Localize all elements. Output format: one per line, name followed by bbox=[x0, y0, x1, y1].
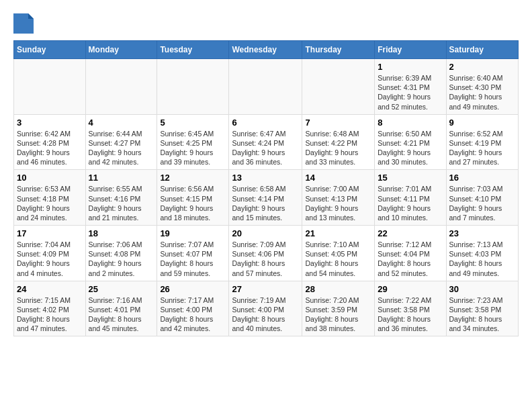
day-number: 30 bbox=[449, 284, 515, 294]
svg-marker-1 bbox=[28, 13, 34, 19]
day-number: 23 bbox=[449, 228, 515, 238]
cell-content: Sunrise: 7:09 AM Sunset: 4:06 PM Dayligh… bbox=[232, 240, 299, 278]
day-number: 25 bbox=[89, 284, 154, 294]
day-number: 24 bbox=[17, 284, 83, 294]
cell-content: Sunrise: 6:42 AM Sunset: 4:28 PM Dayligh… bbox=[17, 129, 83, 167]
cell-content: Sunrise: 7:12 AM Sunset: 4:04 PM Dayligh… bbox=[378, 240, 443, 278]
calendar-cell: 30Sunrise: 7:23 AM Sunset: 3:58 PM Dayli… bbox=[446, 281, 518, 336]
cell-content: Sunrise: 7:16 AM Sunset: 4:01 PM Dayligh… bbox=[89, 295, 154, 334]
day-number: 2 bbox=[449, 62, 515, 72]
cell-content: Sunrise: 6:52 AM Sunset: 4:19 PM Dayligh… bbox=[449, 129, 515, 167]
calendar-cell: 5Sunrise: 6:45 AM Sunset: 4:25 PM Daylig… bbox=[157, 114, 229, 170]
calendar-cell: 26Sunrise: 7:17 AM Sunset: 4:00 PM Dayli… bbox=[157, 281, 229, 336]
calendar-cell: 24Sunrise: 7:15 AM Sunset: 4:02 PM Dayli… bbox=[14, 281, 86, 336]
week-row-1: 1Sunrise: 6:39 AM Sunset: 4:31 PM Daylig… bbox=[14, 59, 519, 115]
column-header-wednesday: Wednesday bbox=[229, 41, 302, 59]
day-number: 11 bbox=[89, 173, 154, 183]
cell-content: Sunrise: 7:23 AM Sunset: 3:58 PM Dayligh… bbox=[449, 295, 515, 334]
calendar-cell bbox=[14, 59, 86, 115]
calendar-cell: 28Sunrise: 7:20 AM Sunset: 3:59 PM Dayli… bbox=[302, 281, 375, 336]
day-number: 4 bbox=[89, 118, 154, 128]
page-header bbox=[13, 13, 519, 34]
cell-content: Sunrise: 7:00 AM Sunset: 4:13 PM Dayligh… bbox=[305, 184, 371, 222]
calendar-cell bbox=[229, 59, 302, 115]
day-number: 17 bbox=[17, 228, 83, 238]
header-row: SundayMondayTuesdayWednesdayThursdayFrid… bbox=[14, 41, 519, 59]
cell-content: Sunrise: 6:50 AM Sunset: 4:21 PM Dayligh… bbox=[378, 129, 443, 167]
calendar-cell: 1Sunrise: 6:39 AM Sunset: 4:31 PM Daylig… bbox=[375, 59, 446, 115]
calendar-cell: 29Sunrise: 7:22 AM Sunset: 3:58 PM Dayli… bbox=[375, 281, 446, 336]
cell-content: Sunrise: 7:10 AM Sunset: 4:05 PM Dayligh… bbox=[305, 240, 371, 278]
cell-content: Sunrise: 7:17 AM Sunset: 4:00 PM Dayligh… bbox=[160, 295, 226, 334]
day-number: 9 bbox=[449, 118, 515, 128]
week-row-3: 10Sunrise: 6:53 AM Sunset: 4:18 PM Dayli… bbox=[14, 170, 519, 226]
column-header-saturday: Saturday bbox=[446, 41, 518, 59]
calendar-cell: 13Sunrise: 6:58 AM Sunset: 4:14 PM Dayli… bbox=[229, 170, 302, 226]
cell-content: Sunrise: 7:19 AM Sunset: 4:00 PM Dayligh… bbox=[232, 295, 299, 334]
day-number: 13 bbox=[232, 173, 299, 183]
calendar-cell: 19Sunrise: 7:07 AM Sunset: 4:07 PM Dayli… bbox=[157, 226, 229, 281]
day-number: 29 bbox=[378, 284, 443, 294]
calendar-cell: 25Sunrise: 7:16 AM Sunset: 4:01 PM Dayli… bbox=[85, 281, 157, 336]
calendar-cell: 17Sunrise: 7:04 AM Sunset: 4:09 PM Dayli… bbox=[14, 226, 86, 281]
day-number: 7 bbox=[305, 118, 371, 128]
day-number: 5 bbox=[160, 118, 226, 128]
calendar-cell: 11Sunrise: 6:55 AM Sunset: 4:16 PM Dayli… bbox=[85, 170, 157, 226]
calendar-header: SundayMondayTuesdayWednesdayThursdayFrid… bbox=[14, 41, 519, 59]
cell-content: Sunrise: 6:58 AM Sunset: 4:14 PM Dayligh… bbox=[232, 184, 299, 222]
day-number: 26 bbox=[160, 284, 226, 294]
calendar-cell: 23Sunrise: 7:13 AM Sunset: 4:03 PM Dayli… bbox=[446, 226, 518, 281]
week-row-2: 3Sunrise: 6:42 AM Sunset: 4:28 PM Daylig… bbox=[14, 114, 519, 170]
cell-content: Sunrise: 7:04 AM Sunset: 4:09 PM Dayligh… bbox=[17, 240, 83, 278]
cell-content: Sunrise: 7:07 AM Sunset: 4:07 PM Dayligh… bbox=[160, 240, 226, 278]
calendar-cell: 20Sunrise: 7:09 AM Sunset: 4:06 PM Dayli… bbox=[229, 226, 302, 281]
calendar-cell: 18Sunrise: 7:06 AM Sunset: 4:08 PM Dayli… bbox=[85, 226, 157, 281]
cell-content: Sunrise: 7:20 AM Sunset: 3:59 PM Dayligh… bbox=[305, 295, 371, 334]
cell-content: Sunrise: 6:56 AM Sunset: 4:15 PM Dayligh… bbox=[160, 184, 226, 222]
cell-content: Sunrise: 7:22 AM Sunset: 3:58 PM Dayligh… bbox=[378, 295, 443, 334]
day-number: 15 bbox=[378, 173, 443, 183]
day-number: 16 bbox=[449, 173, 515, 183]
calendar-cell: 12Sunrise: 6:56 AM Sunset: 4:15 PM Dayli… bbox=[157, 170, 229, 226]
day-number: 27 bbox=[232, 284, 299, 294]
cell-content: Sunrise: 6:39 AM Sunset: 4:31 PM Dayligh… bbox=[378, 73, 443, 111]
column-header-monday: Monday bbox=[85, 41, 157, 59]
calendar-cell: 22Sunrise: 7:12 AM Sunset: 4:04 PM Dayli… bbox=[375, 226, 446, 281]
cell-content: Sunrise: 6:45 AM Sunset: 4:25 PM Dayligh… bbox=[160, 129, 226, 167]
calendar-cell: 9Sunrise: 6:52 AM Sunset: 4:19 PM Daylig… bbox=[446, 114, 518, 170]
cell-content: Sunrise: 7:01 AM Sunset: 4:11 PM Dayligh… bbox=[378, 184, 443, 222]
cell-content: Sunrise: 7:15 AM Sunset: 4:02 PM Dayligh… bbox=[17, 295, 83, 334]
day-number: 10 bbox=[17, 173, 83, 183]
day-number: 14 bbox=[305, 173, 371, 183]
day-number: 6 bbox=[232, 118, 299, 128]
logo-icon bbox=[13, 13, 34, 34]
calendar-cell: 16Sunrise: 7:03 AM Sunset: 4:10 PM Dayli… bbox=[446, 170, 518, 226]
calendar-cell bbox=[302, 59, 375, 115]
logo bbox=[13, 13, 38, 34]
calendar-cell: 8Sunrise: 6:50 AM Sunset: 4:21 PM Daylig… bbox=[375, 114, 446, 170]
day-number: 19 bbox=[160, 228, 226, 238]
calendar-cell: 10Sunrise: 6:53 AM Sunset: 4:18 PM Dayli… bbox=[14, 170, 86, 226]
calendar-table: SundayMondayTuesdayWednesdayThursdayFrid… bbox=[13, 40, 519, 336]
day-number: 12 bbox=[160, 173, 226, 183]
day-number: 28 bbox=[305, 284, 371, 294]
cell-content: Sunrise: 7:13 AM Sunset: 4:03 PM Dayligh… bbox=[449, 240, 515, 278]
cell-content: Sunrise: 6:44 AM Sunset: 4:27 PM Dayligh… bbox=[89, 129, 154, 167]
column-header-friday: Friday bbox=[375, 41, 446, 59]
cell-content: Sunrise: 6:55 AM Sunset: 4:16 PM Dayligh… bbox=[89, 184, 154, 222]
day-number: 18 bbox=[89, 228, 154, 238]
calendar-cell: 21Sunrise: 7:10 AM Sunset: 4:05 PM Dayli… bbox=[302, 226, 375, 281]
day-number: 21 bbox=[305, 228, 371, 238]
calendar-cell: 3Sunrise: 6:42 AM Sunset: 4:28 PM Daylig… bbox=[14, 114, 86, 170]
day-number: 1 bbox=[378, 62, 443, 72]
week-row-5: 24Sunrise: 7:15 AM Sunset: 4:02 PM Dayli… bbox=[14, 281, 519, 336]
day-number: 3 bbox=[17, 118, 83, 128]
calendar-body: 1Sunrise: 6:39 AM Sunset: 4:31 PM Daylig… bbox=[14, 59, 519, 336]
calendar-cell: 2Sunrise: 6:40 AM Sunset: 4:30 PM Daylig… bbox=[446, 59, 518, 115]
calendar-cell bbox=[85, 59, 157, 115]
cell-content: Sunrise: 6:40 AM Sunset: 4:30 PM Dayligh… bbox=[449, 73, 515, 111]
day-number: 22 bbox=[378, 228, 443, 238]
calendar-cell bbox=[157, 59, 229, 115]
cell-content: Sunrise: 7:03 AM Sunset: 4:10 PM Dayligh… bbox=[449, 184, 515, 222]
day-number: 20 bbox=[232, 228, 299, 238]
